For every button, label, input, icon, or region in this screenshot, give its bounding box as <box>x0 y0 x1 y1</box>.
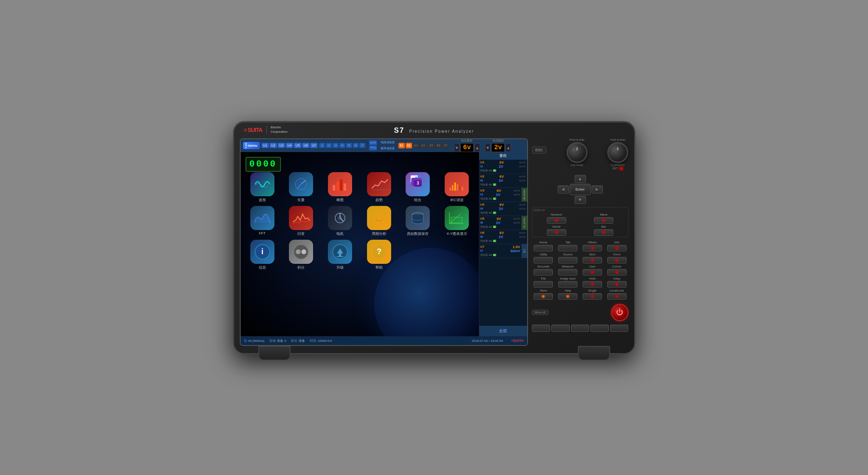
nav-right-btn[interactable]: ► <box>592 185 603 193</box>
e-btn-e6[interactable]: E6 <box>435 143 442 148</box>
current-down-btn[interactable]: ▼ <box>485 143 491 152</box>
svg-rect-4 <box>333 185 335 191</box>
app-bar[interactable]: 棒图 <box>322 172 358 203</box>
numeric-button[interactable] <box>547 217 566 224</box>
chan-btn-i2[interactable]: I2 <box>326 143 332 148</box>
app-wave[interactable]: 波形 <box>245 172 280 203</box>
chan-btn-u2[interactable]: U2 <box>270 143 277 148</box>
single-button[interactable] <box>583 293 602 300</box>
nav-left-btn[interactable]: ◄ <box>558 185 569 193</box>
section-label-e7: E7 <box>522 244 527 258</box>
line-filter-btn[interactable]: 线路滤波器 <box>379 140 397 145</box>
store-button[interactable] <box>534 293 553 300</box>
app-help[interactable]: ? 帮助 <box>361 240 397 270</box>
accurate-button[interactable] <box>534 269 553 276</box>
user-button[interactable] <box>583 269 602 276</box>
hold-button[interactable] <box>583 281 602 288</box>
freq-filter-btn[interactable]: 频率滤波器 <box>379 146 397 151</box>
app-iec[interactable]: IEC谐波 <box>439 172 475 203</box>
esc-button[interactable]: ESC <box>532 146 547 154</box>
help-ctrl-button[interactable] <box>558 293 577 300</box>
e-btn-e5[interactable]: E5 <box>428 143 435 148</box>
e-btn-e3[interactable]: E3 <box>413 143 419 148</box>
voltage-down-btn[interactable]: ▼ <box>454 143 460 152</box>
chan-btn-i1[interactable]: I1 <box>319 143 325 148</box>
svg-text:?: ? <box>377 247 381 256</box>
chan-btn-u7[interactable]: U7 <box>310 143 318 148</box>
chan-btn-i3[interactable]: I3 <box>333 143 339 148</box>
item-button[interactable] <box>583 257 602 263</box>
app-data-label: 原始数据保存 <box>407 231 429 236</box>
local-lock-button[interactable] <box>607 293 627 300</box>
app-flicker[interactable]: 闪变 <box>283 206 319 236</box>
all-button[interactable]: 全部 <box>479 326 527 336</box>
status-time: 时间 10000:0:0 <box>310 339 332 343</box>
chan-btn-i7[interactable]: I7 <box>359 143 365 148</box>
app-vector[interactable]: 矢量 <box>283 172 319 203</box>
measure-button[interactable] <box>558 269 577 276</box>
source-btn-group: Source <box>556 253 579 263</box>
hw-btn-4[interactable] <box>590 325 609 332</box>
power-button[interactable]: ⏻ <box>611 304 629 321</box>
menu-off-button[interactable]: Menu off <box>532 310 548 315</box>
device-body: ≡ SUITA Electric Corporation S7 Precisio… <box>233 121 635 354</box>
current-up-btn[interactable]: ▲ <box>505 143 511 152</box>
cursor-button[interactable] <box>607 269 627 276</box>
app-upgrade[interactable]: 升级 <box>322 240 358 270</box>
voltage-knob[interactable] <box>567 142 588 163</box>
measure-btn-group: Measure <box>556 265 579 276</box>
hw-btn-2[interactable] <box>551 325 570 332</box>
current-knob[interactable] <box>607 142 628 163</box>
app-fft[interactable]: FFT <box>245 206 280 236</box>
app-info[interactable]: i 信息 <box>245 240 280 270</box>
app-combo[interactable]: 📊 2 3 组合 <box>400 172 436 203</box>
bar-button[interactable] <box>594 229 613 236</box>
chan-btn-u1[interactable]: U1 <box>262 143 269 148</box>
chan-btn-i4[interactable]: I4 <box>339 143 345 148</box>
hw-btn-5[interactable] <box>610 325 629 332</box>
app-cycle[interactable]: 周期分析 <box>361 206 397 236</box>
model-header: S7 Precision Power Analyzer <box>394 126 474 135</box>
home-btn-group: Home <box>532 241 555 251</box>
wave-button[interactable] <box>594 217 613 224</box>
others-button[interactable] <box>583 245 602 251</box>
screen-main: 0000 波形 <box>241 152 527 336</box>
e-btn-e2[interactable]: E2 <box>406 143 412 148</box>
nav-down-btn[interactable]: ▼ <box>575 196 586 204</box>
e-btn-e7[interactable]: E7 <box>443 143 449 148</box>
app-integral[interactable]: 积分 <box>283 240 319 270</box>
hw-btn-1[interactable] <box>532 325 550 332</box>
main-screen: menu U1 U2 U3 U4 U5 U6 U7 I1 I2 I3 <box>240 138 528 346</box>
image-save-button[interactable] <box>558 281 577 288</box>
source-button[interactable] <box>558 257 577 263</box>
home-button[interactable] <box>534 245 553 251</box>
chan-btn-u3[interactable]: U3 <box>278 143 285 148</box>
info-button[interactable] <box>607 245 627 251</box>
chan-btn-u6[interactable]: U6 <box>302 143 309 148</box>
voltage-display: 6v <box>460 143 474 152</box>
tab-button[interactable] <box>558 245 577 251</box>
section-label-3b: 3B-3P3W <box>522 188 527 202</box>
app-motor[interactable]: 电机 <box>322 206 358 236</box>
chan-btn-u5[interactable]: U5 <box>294 143 301 148</box>
e-btn-e4[interactable]: E4 <box>420 143 427 148</box>
chan-btn-i6[interactable]: I6 <box>353 143 359 148</box>
hw-btn-3[interactable] <box>571 325 590 332</box>
vector-button[interactable] <box>547 229 566 236</box>
app-data[interactable]: 原始数据保存 <box>400 206 436 236</box>
app-trend[interactable]: 趋势 <box>361 172 397 203</box>
utility-button[interactable] <box>534 257 553 263</box>
e-btn-e1[interactable]: E1 <box>398 143 405 148</box>
bar-btn-group: Bar <box>581 225 627 236</box>
chan-btn-u4[interactable]: U4 <box>286 143 293 148</box>
integ-button[interactable] <box>607 281 627 288</box>
section-label-2c: 2C-1P2W <box>522 216 527 230</box>
menu-button[interactable]: menu <box>243 142 260 149</box>
file-button[interactable] <box>534 281 553 288</box>
nav-up-btn[interactable]: ▲ <box>575 175 586 183</box>
form-button[interactable] <box>607 257 627 263</box>
chan-btn-i5[interactable]: I5 <box>346 143 352 148</box>
voltage-up-btn[interactable]: ▲ <box>474 143 480 152</box>
app-xy[interactable]: X-Y图表显示 <box>439 206 475 236</box>
enter-button[interactable]: Enter <box>570 184 591 195</box>
